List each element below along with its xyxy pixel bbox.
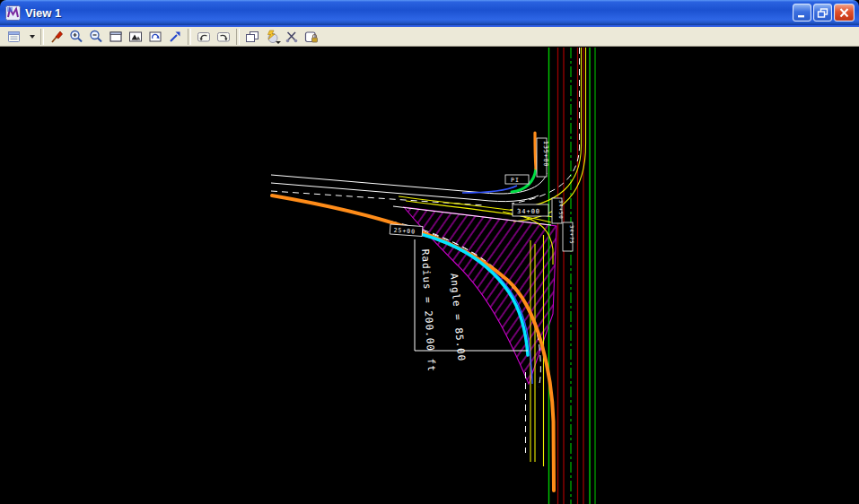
copy-view-icon [245, 30, 259, 44]
svg-text:34+75: 34+75 [569, 225, 574, 245]
rotate-view-icon [148, 30, 162, 44]
fit-view-icon [128, 30, 143, 44]
window-title: View 1 [25, 6, 61, 20]
microstation-view-icon [5, 5, 21, 21]
view-perspective-button[interactable] [262, 28, 282, 46]
copy-view-button[interactable] [242, 28, 262, 46]
window-controls [793, 4, 855, 22]
clip-mask-button[interactable] [302, 28, 321, 46]
north-return-orange [535, 133, 536, 169]
svg-text:25+00: 25+00 [393, 227, 416, 236]
minimize-button[interactable] [793, 4, 811, 22]
minimize-icon [796, 8, 808, 18]
design-drawing: Radius = 200.00 ft Angle = 85.00 25+00 3… [0, 47, 859, 504]
close-icon [838, 8, 850, 18]
angle-dimension-text: Angle = 85.00 [448, 273, 468, 362]
view-previous-button[interactable] [194, 28, 214, 46]
toolbar-separator [40, 29, 44, 45]
pan-view-icon [168, 30, 182, 44]
view-window: View 1 [0, 0, 859, 504]
rotate-view-button[interactable] [145, 28, 165, 46]
clip-mask-icon [304, 30, 319, 44]
zoom-in-button[interactable] [66, 28, 86, 46]
toolbar-separator [188, 29, 191, 45]
fit-view-button[interactable] [126, 28, 145, 46]
clip-volume-button[interactable] [282, 28, 302, 46]
update-view-button[interactable] [47, 28, 66, 46]
clip-volume-icon [285, 30, 299, 44]
chevron-down-icon [276, 41, 281, 44]
lane-line-yellow [513, 48, 586, 222]
view-attributes-button[interactable] [3, 28, 26, 46]
svg-text:34+50: 34+50 [558, 200, 564, 220]
zoom-out-button[interactable] [86, 28, 106, 46]
view-toolbar [0, 25, 859, 47]
chevron-down-icon [30, 35, 35, 39]
restore-icon [817, 8, 828, 18]
window-area-button[interactable] [106, 28, 126, 46]
main-road-vertical-lines [549, 48, 596, 504]
restore-button[interactable] [813, 4, 832, 22]
svg-text:34+00: 34+00 [517, 208, 540, 215]
window-area-icon [109, 30, 123, 44]
zoom-out-icon [89, 30, 103, 44]
view-attributes-icon [6, 30, 22, 44]
update-view-brush-icon [49, 30, 64, 44]
zoom-in-icon [69, 30, 83, 44]
view-attributes-dropdown-button[interactable] [26, 28, 38, 46]
view-next-icon [216, 30, 231, 44]
close-button[interactable] [834, 4, 855, 22]
station-label: 34+50 [552, 198, 564, 223]
pan-view-button[interactable] [165, 28, 185, 46]
svg-text:135+00: 135+00 [542, 141, 549, 167]
view-next-button[interactable] [214, 28, 233, 46]
north-leg-lane-lines [510, 48, 586, 222]
station-label: 135+00 [537, 138, 549, 177]
station-label: PI [505, 175, 529, 184]
toolbar-separator [236, 29, 240, 45]
svg-text:PI: PI [511, 177, 520, 184]
drawing-canvas[interactable]: Radius = 200.00 ft Angle = 85.00 25+00 3… [0, 47, 859, 504]
title-bar[interactable]: View 1 [0, 0, 859, 25]
radius-dimension-text: Radius = 200.00 ft [419, 248, 437, 372]
station-label: 34+00 [513, 204, 548, 216]
station-label: 34+75 [563, 222, 574, 251]
station-label: 25+00 [390, 224, 423, 236]
view-previous-icon [197, 30, 211, 44]
